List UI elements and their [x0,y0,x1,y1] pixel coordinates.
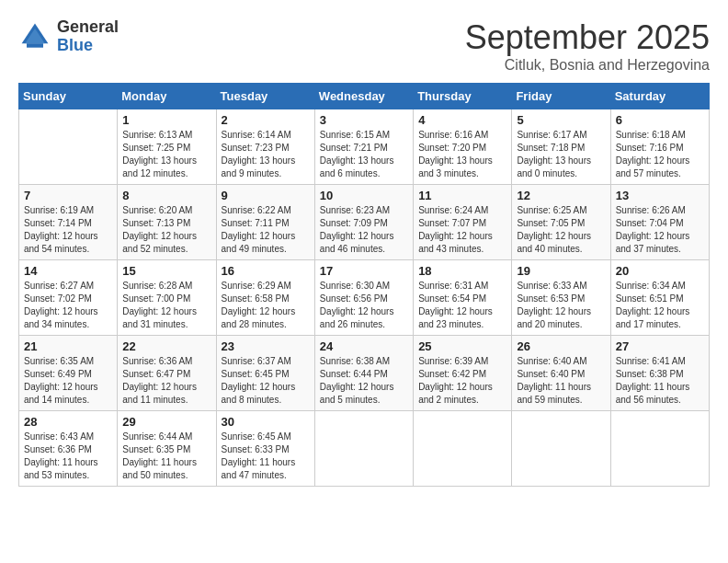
calendar-cell [512,411,610,487]
calendar-cell: 19Sunrise: 6:33 AM Sunset: 6:53 PM Dayli… [512,260,610,336]
svg-rect-2 [27,43,43,48]
day-info: Sunrise: 6:41 AM Sunset: 6:38 PM Dayligh… [616,355,704,407]
calendar-cell [610,411,709,487]
day-number: 16 [222,264,310,278]
calendar-cell: 18Sunrise: 6:31 AM Sunset: 6:54 PM Dayli… [414,260,512,336]
calendar-cell: 27Sunrise: 6:41 AM Sunset: 6:38 PM Dayli… [610,336,709,411]
day-number: 28 [24,415,112,429]
day-info: Sunrise: 6:29 AM Sunset: 6:58 PM Dayligh… [222,280,310,331]
calendar-cell: 12Sunrise: 6:25 AM Sunset: 7:05 PM Dayli… [512,185,610,260]
day-number: 6 [616,113,704,127]
day-info: Sunrise: 6:44 AM Sunset: 6:35 PM Dayligh… [122,431,210,482]
day-number: 30 [222,415,310,429]
header: General Blue September 2025 Citluk, Bosn… [18,18,710,74]
day-number: 1 [122,113,210,127]
logo-blue-text: Blue [57,37,119,55]
day-number: 4 [418,113,506,127]
calendar-table: SundayMondayTuesdayWednesdayThursdayFrid… [18,83,710,487]
day-info: Sunrise: 6:40 AM Sunset: 6:40 PM Dayligh… [517,355,605,407]
day-info: Sunrise: 6:36 AM Sunset: 6:47 PM Dayligh… [122,355,210,407]
day-number: 7 [24,189,112,202]
day-number: 19 [517,264,605,278]
day-number: 3 [320,113,408,127]
calendar-cell: 16Sunrise: 6:29 AM Sunset: 6:58 PM Dayli… [216,260,314,336]
week-row-5: 28Sunrise: 6:43 AM Sunset: 6:36 PM Dayli… [19,411,710,487]
calendar-header-row: SundayMondayTuesdayWednesdayThursdayFrid… [19,84,710,109]
day-info: Sunrise: 6:31 AM Sunset: 6:54 PM Dayligh… [418,280,506,331]
calendar-cell: 24Sunrise: 6:38 AM Sunset: 6:44 PM Dayli… [314,336,413,411]
week-row-4: 21Sunrise: 6:35 AM Sunset: 6:49 PM Dayli… [19,336,710,411]
day-info: Sunrise: 6:45 AM Sunset: 6:33 PM Dayligh… [222,431,310,482]
title-section: September 2025 Citluk, Bosnia and Herzeg… [465,18,710,74]
calendar-cell: 8Sunrise: 6:20 AM Sunset: 7:13 PM Daylig… [118,185,216,260]
calendar-cell [19,109,118,185]
day-info: Sunrise: 6:13 AM Sunset: 7:25 PM Dayligh… [122,129,210,180]
day-info: Sunrise: 6:39 AM Sunset: 6:42 PM Dayligh… [418,355,506,407]
day-info: Sunrise: 6:30 AM Sunset: 6:56 PM Dayligh… [320,280,408,331]
day-header-friday: Friday [512,84,610,109]
calendar-cell: 30Sunrise: 6:45 AM Sunset: 6:33 PM Dayli… [216,411,314,487]
calendar-cell: 15Sunrise: 6:28 AM Sunset: 7:00 PM Dayli… [118,260,216,336]
day-info: Sunrise: 6:23 AM Sunset: 7:09 PM Dayligh… [320,204,408,256]
calendar-cell [314,411,413,487]
calendar-cell: 20Sunrise: 6:34 AM Sunset: 6:51 PM Dayli… [610,260,709,336]
week-row-2: 7Sunrise: 6:19 AM Sunset: 7:14 PM Daylig… [19,185,710,260]
day-info: Sunrise: 6:38 AM Sunset: 6:44 PM Dayligh… [320,355,408,407]
day-info: Sunrise: 6:16 AM Sunset: 7:20 PM Dayligh… [418,129,506,180]
day-number: 17 [320,264,408,278]
calendar-cell: 1Sunrise: 6:13 AM Sunset: 7:25 PM Daylig… [118,109,216,185]
day-number: 8 [122,189,210,202]
day-info: Sunrise: 6:18 AM Sunset: 7:16 PM Dayligh… [616,129,704,180]
day-number: 11 [418,189,506,202]
day-number: 15 [122,264,210,278]
day-info: Sunrise: 6:26 AM Sunset: 7:04 PM Dayligh… [616,204,704,256]
calendar-cell: 14Sunrise: 6:27 AM Sunset: 7:02 PM Dayli… [19,260,118,336]
day-number: 10 [320,189,408,202]
day-number: 5 [517,113,605,127]
calendar-cell [414,411,512,487]
logo-text: General Blue [57,18,119,55]
calendar-cell: 7Sunrise: 6:19 AM Sunset: 7:14 PM Daylig… [19,185,118,260]
logo-general-text: General [57,18,119,37]
day-info: Sunrise: 6:22 AM Sunset: 7:11 PM Dayligh… [222,204,310,256]
day-number: 18 [418,264,506,278]
calendar-cell: 9Sunrise: 6:22 AM Sunset: 7:11 PM Daylig… [216,185,314,260]
day-number: 9 [222,189,310,202]
day-number: 12 [517,189,605,202]
calendar-cell: 29Sunrise: 6:44 AM Sunset: 6:35 PM Dayli… [118,411,216,487]
logo-icon [18,20,51,53]
day-header-sunday: Sunday [19,84,118,109]
calendar-cell: 28Sunrise: 6:43 AM Sunset: 6:36 PM Dayli… [19,411,118,487]
calendar-cell: 2Sunrise: 6:14 AM Sunset: 7:23 PM Daylig… [216,109,314,185]
day-info: Sunrise: 6:34 AM Sunset: 6:51 PM Dayligh… [616,280,704,331]
calendar-cell: 5Sunrise: 6:17 AM Sunset: 7:18 PM Daylig… [512,109,610,185]
month-title: September 2025 [465,18,710,57]
day-info: Sunrise: 6:19 AM Sunset: 7:14 PM Dayligh… [24,204,112,256]
day-number: 25 [418,339,506,353]
day-number: 24 [320,339,408,353]
calendar-cell: 21Sunrise: 6:35 AM Sunset: 6:49 PM Dayli… [19,336,118,411]
calendar-cell: 17Sunrise: 6:30 AM Sunset: 6:56 PM Dayli… [314,260,413,336]
logo: General Blue [18,18,119,55]
day-info: Sunrise: 6:43 AM Sunset: 6:36 PM Dayligh… [24,431,112,482]
week-row-1: 1Sunrise: 6:13 AM Sunset: 7:25 PM Daylig… [19,109,710,185]
calendar-cell: 26Sunrise: 6:40 AM Sunset: 6:40 PM Dayli… [512,336,610,411]
calendar-cell: 4Sunrise: 6:16 AM Sunset: 7:20 PM Daylig… [414,109,512,185]
day-number: 2 [222,113,310,127]
calendar-cell: 22Sunrise: 6:36 AM Sunset: 6:47 PM Dayli… [118,336,216,411]
day-info: Sunrise: 6:35 AM Sunset: 6:49 PM Dayligh… [24,355,112,407]
day-number: 27 [616,339,704,353]
day-number: 22 [122,339,210,353]
day-header-tuesday: Tuesday [216,84,314,109]
calendar-cell: 13Sunrise: 6:26 AM Sunset: 7:04 PM Dayli… [610,185,709,260]
calendar-cell: 25Sunrise: 6:39 AM Sunset: 6:42 PM Dayli… [414,336,512,411]
day-info: Sunrise: 6:20 AM Sunset: 7:13 PM Dayligh… [122,204,210,256]
day-info: Sunrise: 6:37 AM Sunset: 6:45 PM Dayligh… [222,355,310,407]
day-number: 29 [122,415,210,429]
week-row-3: 14Sunrise: 6:27 AM Sunset: 7:02 PM Dayli… [19,260,710,336]
day-info: Sunrise: 6:24 AM Sunset: 7:07 PM Dayligh… [418,204,506,256]
day-info: Sunrise: 6:27 AM Sunset: 7:02 PM Dayligh… [24,280,112,331]
day-info: Sunrise: 6:14 AM Sunset: 7:23 PM Dayligh… [222,129,310,180]
day-header-thursday: Thursday [414,84,512,109]
day-number: 23 [222,339,310,353]
